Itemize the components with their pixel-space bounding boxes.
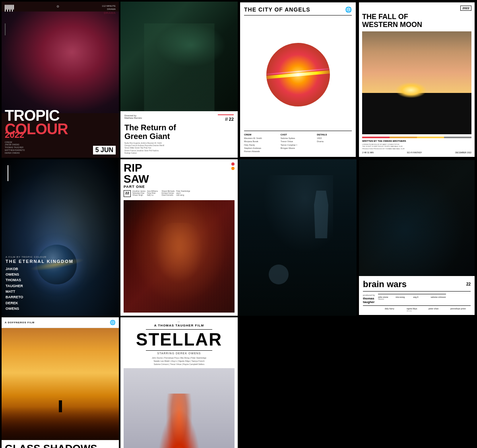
astronaut-figure <box>166 394 192 448</box>
top-bar: A DOFFNEROS FILM 🌐 <box>2 317 119 328</box>
header-title: THE CITY OF ANGELS <box>244 6 310 13</box>
crew-header: CREW <box>244 133 279 136</box>
director-label: A THOMAS TAUGHER FILM <box>154 324 204 327</box>
barcode-icon <box>5 5 14 12</box>
poster-fall-western-moon: 2022 THE FALL OF WESTERN MOON WRITTEN BY… <box>358 2 475 158</box>
produced-block: produced by thomas taugher <box>363 294 375 304</box>
num-cast-row: 22 Jonathan James Sebastian Diaz Vihaan … <box>124 190 235 199</box>
runtime: 2 HR 31 MIN <box>362 151 374 154</box>
cast-3: ang li <box>413 296 428 304</box>
cast-2: mia wong <box>396 296 411 304</box>
title-block: RIP SAW PART ONE <box>124 162 149 189</box>
cast-8: pennelope prion <box>450 307 471 312</box>
cast-1: john stonedirector <box>378 296 393 304</box>
director-row: Directed by Matthew Barreto // 22 <box>124 114 234 122</box>
orange-bar <box>390 137 417 138</box>
header-row: 2022 <box>362 6 471 11</box>
globe-icon: 🌐 <box>345 6 352 13</box>
empty-slot-3 <box>239 317 357 448</box>
text-block: A FILM BY TROPIC COLOUR THE ETERNAL KING… <box>6 256 74 312</box>
poster-rip-saw: RIP SAW PART ONE 22 Jonathan James Sebas… <box>120 159 238 315</box>
sky-image <box>362 31 471 134</box>
dark-image <box>359 160 475 276</box>
figure-silhouette <box>59 400 62 412</box>
details-year: 1822 <box>317 137 352 140</box>
director-label: Directed by Matthew Barreto <box>124 114 142 122</box>
spacer <box>363 307 383 312</box>
globe-icon: 🌐 <box>110 320 116 325</box>
cast-col-4: Peter Stainbridge ang li miw weng <box>176 190 190 196</box>
divider-line-2 <box>146 350 212 351</box>
pipe-decoration <box>8 165 8 181</box>
cast-names: Nydia Rice Eugenia Jenkins Maureen M. Sm… <box>124 142 164 154</box>
red-bar <box>362 137 390 138</box>
poster-dark-figures <box>239 159 357 315</box>
info-box: brain wars 22 produced by thomas taugher… <box>359 276 475 315</box>
main-title: STELLAR <box>136 331 222 348</box>
details-genre: Drama <box>317 140 352 143</box>
crew-col: CREW Maureen M. Smith Morjana Burak Holy… <box>244 133 279 153</box>
pipe-decoration <box>5 23 6 35</box>
cast-grid: Jonathan James Sebastian Diaz Vihaan Sin… <box>132 190 190 196</box>
poster-return-green-giant: Directed by Matthew Barreto // 22 The Re… <box>120 2 238 158</box>
main-title: GLASS SHADOWS <box>5 443 116 448</box>
details-col: DETAILS 1822 Drama <box>317 133 352 153</box>
gray-bar <box>444 137 471 138</box>
gear-icon: ⚙ <box>56 5 59 8</box>
cast-row: Nydia Rice Eugenia Jenkins Maureen M. Sm… <box>124 142 234 154</box>
spacer <box>362 6 460 11</box>
film-image <box>124 200 235 312</box>
bottom-text: Directed by Matthew Barreto // 22 The Re… <box>120 111 238 158</box>
part-label: PART ONE <box>124 185 149 189</box>
figure-2 <box>269 265 289 284</box>
header-row: THE CITY OF ANGELS 🌐 <box>244 6 352 15</box>
poster-city-of-angels: THE CITY OF ANGELS 🌐 CREW Maureen M. Smi… <box>239 2 357 158</box>
genre-label: SCI-FI FANTASY <box>407 151 422 154</box>
produced-label: produced by <box>363 294 375 297</box>
produced-row: produced by thomas taugher john stonedir… <box>363 294 471 304</box>
cast-7: peter shan <box>429 307 449 312</box>
cast-list: JAKOB OWENS THOMAS TAUGHER MATT BARRETO … <box>6 266 74 312</box>
cast-5: daly harry <box>385 307 405 312</box>
number-badge: // 22 <box>225 117 234 122</box>
title-main: TROPIC <box>5 109 68 122</box>
empty-slot-4 <box>358 317 475 448</box>
bottom-row: 2 HR 31 MIN SCI-FI FANTASY DECEMBER 2022 <box>362 151 471 154</box>
year-label: 2022 <box>5 130 25 140</box>
header-row: RIP SAW PART ONE <box>124 162 235 189</box>
yellow-bar <box>417 137 444 138</box>
cast-col-1: Jonathan James Sebastian Diaz Vihaan Sin… <box>132 190 146 196</box>
film-title: THE ETERNAL KINGDOM <box>6 259 74 264</box>
film-subtitle: A FILM BY TROPIC COLOUR <box>6 256 74 258</box>
bottom-info: 2022 CREW JAKOB OWENS THOMAS TAUGHER MAT… <box>5 130 116 154</box>
number-block: // 22 <box>218 114 234 122</box>
poster-stellar: — A THOMAS TAUGHER FILM STELLAR STARRING… <box>120 317 238 448</box>
cast-4: salome crimson <box>431 296 446 304</box>
cast-grid-top: john stonedirector mia wong ang li salom… <box>378 294 446 304</box>
bg-gradient <box>2 12 119 113</box>
date-badge: 5 JUN <box>93 146 116 154</box>
face-shape <box>151 223 207 290</box>
color-bar <box>362 137 471 138</box>
cast-header: CAST <box>281 133 316 136</box>
dots-decoration <box>231 162 235 170</box>
year-crew: 2022 CREW JAKOB OWENS THOMAS TAUGHER MAT… <box>5 130 25 154</box>
bottom-text: GLASS SHADOWS DIRECTED BY JAKOB OWENS SC… <box>2 440 119 448</box>
cast-col-2: Zara Williams Feng Shen Kelly La <box>147 190 161 196</box>
poster-tropic-colour: ⚙ 112 MINUTE DRAMA DRAMA TROPIC COLOUR 2… <box>2 2 119 158</box>
space-image <box>124 368 235 448</box>
number-badge: 22 <box>466 282 471 286</box>
main-title: brain wars <box>363 279 407 290</box>
circle-art <box>244 19 352 131</box>
light-effect <box>263 175 333 253</box>
release-date: DECEMBER 2022 <box>455 151 471 154</box>
credits-text: LOREM IPSUM DOLOR SIT AMET CONSECTETUE T… <box>362 143 471 150</box>
poster-eternal-kingdom: A FILM BY TROPIC COLOUR THE ETERNAL KING… <box>2 159 119 315</box>
main-title: The Return of Green Giant <box>124 123 234 141</box>
cast-6: ngota libyadirector <box>407 307 427 312</box>
top-label: — <box>178 321 181 323</box>
details-row: CREW Maureen M. Smith Morjana Burak Holy… <box>244 131 352 153</box>
title-row: brain wars 22 <box>363 279 471 292</box>
main-title: RIP SAW <box>124 162 149 185</box>
written-by: WRITTEN BY THE OWENS BROTHERS <box>362 140 471 142</box>
